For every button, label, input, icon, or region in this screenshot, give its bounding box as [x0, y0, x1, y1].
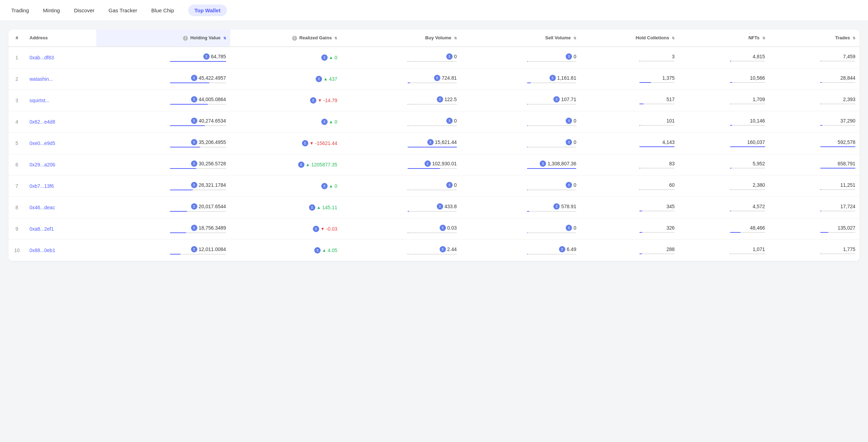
- sell-volume-value: 0: [573, 139, 576, 145]
- address-cell[interactable]: 0xab...df83: [25, 47, 96, 68]
- address-cell[interactable]: 0xe0...e9d5: [25, 132, 96, 154]
- eth-icon: Ξ: [550, 75, 556, 81]
- sell-volume-value: 1,161.81: [557, 75, 577, 81]
- rank-cell: 4: [8, 111, 25, 132]
- trades-bar: [820, 253, 821, 254]
- buy-bar: [408, 83, 410, 83]
- address-cell[interactable]: watashin...: [25, 68, 96, 90]
- trades-value: 37,290: [840, 118, 855, 124]
- hold-collections-cell: 3: [580, 47, 679, 68]
- table-header: # Address i Holding Value ⇅ i Realized G…: [8, 29, 860, 47]
- col-hold-collections[interactable]: Hold Colletions ⇅: [580, 29, 679, 47]
- address-cell[interactable]: 0x88...0eb1: [25, 239, 96, 261]
- buy-bar: [408, 168, 440, 169]
- buy-volume-cell: Ξ15,621.44: [341, 132, 461, 154]
- nfts-cell: 4,572: [679, 197, 769, 218]
- sell-volume-value: 6.49: [567, 246, 576, 252]
- holding-bar: [170, 104, 208, 105]
- address-link[interactable]: 0x88...0eb1: [29, 248, 55, 253]
- sort-collections-icon[interactable]: ⇅: [672, 37, 675, 40]
- col-nfts[interactable]: NFTs ⇅: [679, 29, 769, 47]
- address-link[interactable]: 0xe0...e9d5: [29, 140, 55, 146]
- buy-volume-value: 102,930.01: [432, 161, 457, 166]
- nfts-bar-track: [730, 168, 765, 169]
- buy-bar-track: [408, 211, 457, 212]
- col-holding-value[interactable]: i Holding Value ⇅: [96, 29, 230, 47]
- gains-value: -15621.44: [315, 140, 337, 146]
- nav-item-discover[interactable]: Discover: [74, 5, 94, 16]
- nav-item-top-wallet[interactable]: Top Wallet: [188, 5, 227, 16]
- nfts-cell: 1,709: [679, 90, 769, 111]
- rank-cell: 10: [8, 239, 25, 261]
- nfts-bar: [730, 104, 730, 104]
- trades-bar: [820, 61, 821, 61]
- address-cell[interactable]: 0x62...e4d8: [25, 111, 96, 132]
- sort-buy-icon[interactable]: ⇅: [454, 37, 457, 40]
- sort-nfts-icon[interactable]: ⇅: [762, 37, 765, 40]
- sort-gains-icon[interactable]: ⇅: [334, 37, 337, 40]
- buy-volume-cell: Ξ0: [341, 111, 461, 132]
- collections-bar: [639, 253, 642, 254]
- trades-bar: [820, 189, 821, 190]
- table-row: 2watashin...Ξ45,422.4957Ξ▲437Ξ724.81Ξ1,1…: [8, 68, 860, 90]
- address-link[interactable]: 0x46...deac: [29, 205, 55, 210]
- nav-item-trading[interactable]: Trading: [11, 5, 29, 16]
- nav-item-minting[interactable]: Minting: [43, 5, 60, 16]
- col-sell-volume[interactable]: Sell Volume ⇅: [461, 29, 580, 47]
- address-cell[interactable]: 0x46...deac: [25, 197, 96, 218]
- arrow-up-icon: ▲: [322, 248, 326, 253]
- trades-bar-track: [820, 104, 855, 104]
- nav-item-blue-chip[interactable]: Blue Chip: [151, 5, 174, 16]
- col-realized-gains[interactable]: i Realized Gains ⇅: [230, 29, 342, 47]
- sell-volume-cell: Ξ0: [461, 132, 580, 154]
- holding-value: Ξ30,256.5728: [191, 160, 226, 167]
- trades-cell: 135,027: [769, 218, 860, 239]
- address-cell[interactable]: squirtst...: [25, 90, 96, 111]
- sort-holding-icon[interactable]: ⇅: [223, 37, 226, 40]
- address-link[interactable]: 0xa8...2ef1: [29, 226, 54, 232]
- buy-bar-track: [408, 168, 457, 169]
- eth-icon: Ξ: [313, 226, 319, 232]
- sell-bar: [527, 168, 576, 169]
- collections-bar-track: [639, 104, 675, 104]
- col-buy-volume[interactable]: Buy Volume ⇅: [341, 29, 461, 47]
- holding-bar-track: [170, 232, 226, 233]
- nav-item-gas-tracker[interactable]: Gas Tracker: [108, 5, 137, 16]
- address-link[interactable]: 0xb7...13f6: [29, 183, 54, 189]
- realized-gains-cell: Ξ▲4.05: [230, 239, 342, 261]
- address-link[interactable]: watashin...: [29, 76, 53, 82]
- trades-bar-track: [820, 146, 855, 147]
- sort-sell-icon[interactable]: ⇅: [573, 37, 576, 40]
- address-link[interactable]: 0xab...df83: [29, 55, 54, 60]
- trades-bar-track: [820, 189, 855, 190]
- buy-bar-track: [408, 147, 457, 147]
- hold-collections-cell: 326: [580, 218, 679, 239]
- address-cell[interactable]: 0xb7...13f6: [25, 175, 96, 197]
- gains-value: 145.11: [322, 205, 337, 210]
- holding-bar: [170, 254, 180, 255]
- table-body: 10xab...df83Ξ64,785Ξ▲0Ξ0Ξ034,8157,4592wa…: [8, 47, 860, 261]
- address-link[interactable]: 0x62...e4d8: [29, 119, 55, 125]
- collections-bar: [639, 82, 651, 83]
- sort-trades-icon[interactable]: ⇅: [853, 37, 855, 40]
- col-trades[interactable]: Trades ⇅: [769, 29, 860, 47]
- holding-bar-track: [170, 168, 226, 169]
- trades-cell: 28,844: [769, 68, 860, 90]
- nfts-value: 1,709: [753, 97, 765, 102]
- sell-volume-value: 0: [573, 54, 576, 59]
- info-icon-holding: i: [183, 36, 188, 41]
- sell-volume-cell: Ξ6.49: [461, 239, 580, 261]
- gains-value: 0: [335, 183, 337, 189]
- address-link[interactable]: squirtst...: [29, 98, 50, 103]
- rank-cell: 1: [8, 47, 25, 68]
- buy-bar: [408, 104, 408, 105]
- address-link[interactable]: 0x29...a20b: [29, 162, 55, 167]
- buy-volume-cell: Ξ0.03: [341, 218, 461, 239]
- hold-collections-cell: 101: [580, 111, 679, 132]
- collections-bar-track: [639, 189, 675, 190]
- nfts-bar: [730, 125, 732, 126]
- address-cell[interactable]: 0xa8...2ef1: [25, 218, 96, 239]
- address-cell[interactable]: 0x29...a20b: [25, 154, 96, 175]
- nfts-bar: [730, 253, 730, 254]
- buy-volume-value: 0: [454, 182, 457, 188]
